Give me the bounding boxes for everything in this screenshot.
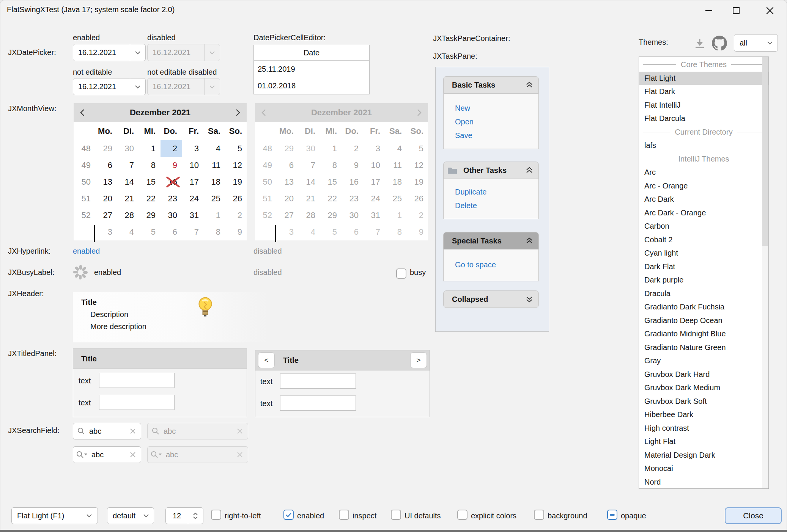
calendar-day[interactable]: 10 <box>182 157 204 174</box>
stepper-buttons[interactable] <box>188 508 203 524</box>
theme-list-item[interactable]: Nord <box>639 476 768 489</box>
datepicker-noteditable-dropdown-button[interactable] <box>130 78 145 95</box>
calendar-day[interactable]: 12 <box>225 157 247 174</box>
theme-list-item[interactable]: Carbon <box>639 220 768 233</box>
calendar-day[interactable]: 25 <box>204 190 225 207</box>
theme-list-item[interactable]: Hiberbee Dark <box>639 408 768 422</box>
calendar-day[interactable]: 5 <box>225 140 247 157</box>
calendar-day[interactable]: 30 <box>117 140 139 157</box>
theme-list-item[interactable]: Material Design Dark <box>639 449 768 462</box>
calendar-day[interactable]: 2 <box>225 207 247 224</box>
laf-select[interactable]: Flat Light (F1) <box>11 507 98 524</box>
calendar-day[interactable]: 9 <box>225 224 247 240</box>
calendar-day[interactable]: 2 <box>161 140 182 157</box>
calendar-day[interactable]: 14 <box>117 174 139 190</box>
busy-checkbox[interactable] <box>396 268 406 279</box>
datepicker-enabled-dropdown-button[interactable] <box>130 44 145 61</box>
collapse-icon[interactable] <box>526 167 533 174</box>
datepicker-noteditable-value[interactable]: 16.12.2021 <box>73 82 130 91</box>
search-input[interactable]: abc <box>88 450 129 459</box>
search-dropdown-icon[interactable] <box>76 450 88 459</box>
cell-editor-table[interactable]: Date 25.11.2019 01.02.2018 <box>253 45 370 94</box>
minimize-button[interactable] <box>697 0 721 21</box>
task-link[interactable]: Open <box>455 115 538 129</box>
prev-month-icon[interactable] <box>80 108 85 117</box>
theme-list-item[interactable]: Flat Dark <box>639 85 768 99</box>
next-month-icon[interactable] <box>235 108 241 117</box>
theme-list-item[interactable]: Arc - Orange <box>639 179 768 193</box>
calendar-day[interactable]: 24 <box>182 190 204 207</box>
hyperlink-enabled[interactable]: enabled <box>73 247 100 256</box>
theme-list-item[interactable]: Cobalt 2 <box>639 233 768 247</box>
calendar-day[interactable]: 3 <box>96 224 117 240</box>
calendar-day[interactable]: 8 <box>204 224 225 240</box>
calendar-day[interactable]: 26 <box>225 190 247 207</box>
collapse-icon[interactable] <box>526 237 533 244</box>
calendar-day[interactable]: 1 <box>139 140 161 157</box>
titledpanel-prev-button[interactable]: < <box>258 352 275 368</box>
calendar-day[interactable]: 9 <box>161 157 182 174</box>
cell-editor-column-header[interactable]: Date <box>254 45 369 61</box>
calendar-day[interactable]: 11 <box>204 157 225 174</box>
calendar-day[interactable]: 27 <box>96 207 117 224</box>
theme-list-item[interactable]: Gruvbox Dark Hard <box>639 368 768 381</box>
calendar-day[interactable]: 8 <box>139 157 161 174</box>
enabled-checkbox[interactable] <box>283 510 294 520</box>
theme-list-item[interactable]: Flat Darcula <box>639 112 768 126</box>
taskpane-collapsed-header[interactable]: Collapsed <box>443 290 539 308</box>
task-link[interactable]: Duplicate <box>455 185 538 199</box>
calendar-day[interactable]: 6 <box>161 224 182 240</box>
calendar-day[interactable]: 6 <box>96 157 117 174</box>
calendar-day[interactable]: 22 <box>139 190 161 207</box>
theme-list-item[interactable]: Gradianto Midnight Blue <box>639 327 768 341</box>
task-link[interactable]: Save <box>455 129 538 142</box>
explicit-colors-checkbox[interactable] <box>457 510 467 520</box>
scrollbar-thumb[interactable] <box>762 57 768 246</box>
search-field-dropdown-enabled[interactable]: abc <box>73 446 141 463</box>
datepicker-noteditable[interactable]: 16.12.2021 <box>73 78 146 95</box>
taskpane-special-header[interactable]: Special Tasks <box>443 232 539 250</box>
inspect-checkbox[interactable] <box>339 510 349 520</box>
font-size-stepper[interactable]: 12 <box>165 507 203 524</box>
clear-icon[interactable] <box>129 428 136 435</box>
calendar-day[interactable]: 18 <box>204 174 225 190</box>
calendar-day[interactable]: 29 <box>96 140 117 157</box>
titledpanel-right-input-2[interactable] <box>280 395 356 411</box>
theme-list-item[interactable]: Dark Flat <box>639 260 768 274</box>
calendar-day[interactable]: 15 <box>139 174 161 190</box>
calendar-day[interactable]: 21 <box>117 190 139 207</box>
clear-icon[interactable] <box>129 451 136 458</box>
title-bar[interactable]: FlatSwingXTest (Java 17; system scale fa… <box>0 0 787 21</box>
calendar-day[interactable]: 16 <box>161 174 182 190</box>
right-to-left-checkbox[interactable] <box>211 510 221 520</box>
task-link[interactable]: Delete <box>455 199 538 212</box>
theme-list-item[interactable]: High contrast <box>639 422 768 435</box>
taskpane-other-header[interactable]: Other Tasks <box>443 162 539 179</box>
calendar-day[interactable]: 13 <box>96 174 117 190</box>
background-checkbox[interactable] <box>534 510 544 520</box>
font-select[interactable]: default <box>107 507 154 524</box>
datepicker-enabled-value[interactable]: 16.12.2021 <box>73 48 130 57</box>
calendar-day[interactable]: 23 <box>161 190 182 207</box>
themes-scrollbar[interactable] <box>762 57 768 488</box>
titledpanel-left-input-2[interactable] <box>99 395 175 410</box>
theme-list-item[interactable]: Dark purple <box>639 273 768 287</box>
task-link[interactable]: New <box>455 101 538 115</box>
table-row[interactable]: 01.02.2018 <box>254 77 369 94</box>
titledpanel-left-input-1[interactable] <box>99 373 175 388</box>
monthview-enabled[interactable]: Dezember 2021Mo.Di.Mi.Do.Fr.Sa.So.482930… <box>74 103 247 240</box>
calendar-day[interactable]: 3 <box>182 140 204 157</box>
theme-list-item[interactable]: Gruvbox Dark Soft <box>639 395 768 408</box>
theme-list-item[interactable]: Gradianto Deep Ocean <box>639 314 768 328</box>
search-field-enabled[interactable]: abc <box>73 423 141 439</box>
github-icon[interactable] <box>712 36 727 52</box>
expand-icon[interactable] <box>526 296 533 303</box>
calendar-day[interactable]: 7 <box>117 157 139 174</box>
theme-list-item[interactable]: Cyan light <box>639 246 768 260</box>
calendar-day[interactable]: 31 <box>182 207 204 224</box>
collapse-icon[interactable] <box>526 82 533 88</box>
theme-list-item[interactable]: Monocai <box>639 462 768 476</box>
theme-list-item[interactable]: Flat IntelliJ <box>639 99 768 112</box>
calendar-day[interactable]: 20 <box>96 190 117 207</box>
theme-list-item[interactable]: Gray <box>639 354 768 368</box>
